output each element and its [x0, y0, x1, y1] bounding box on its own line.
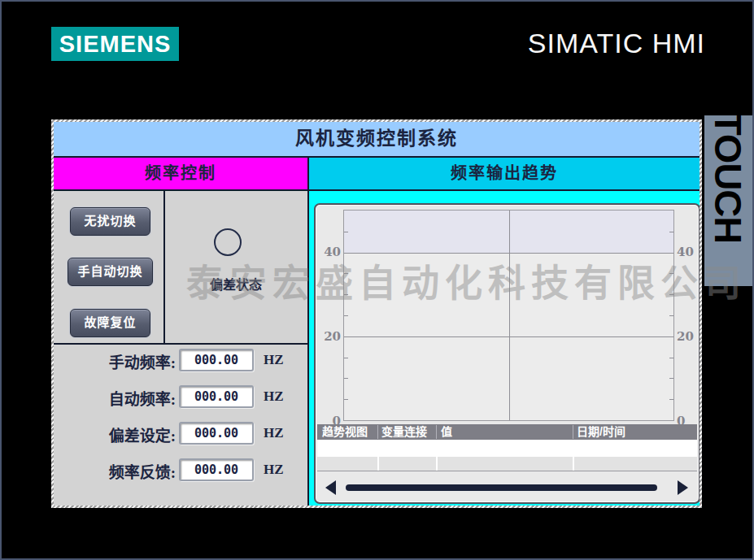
column-separator: [573, 457, 574, 471]
plot-gridline: [344, 253, 673, 254]
trend-table-col-view: 趋势视图: [322, 424, 368, 440]
y-axis-label-right-20: 20: [677, 329, 699, 344]
main-panel-inner: 风机变频控制系统 频率控制 频率输出趋势 无扰切换 手自动切换 故障复位 偏差状…: [54, 122, 700, 506]
trend-table-col-tag: 变量连接: [381, 424, 427, 440]
simatic-hmi-label: SIMATIC HMI: [528, 28, 705, 59]
axis-minor-tick: [669, 399, 673, 400]
axis-minor-tick: [669, 273, 673, 274]
plot-vertical-gridline: [509, 211, 510, 420]
manual-frequency-unit: HZ: [264, 352, 284, 368]
panel-body: 无扰切换 手自动切换 故障复位 偏差状态 手动频率: 000.00 HZ 自动频…: [54, 191, 700, 506]
main-panel: 风机变频控制系统 频率控制 频率输出趋势 无扰切换 手自动切换 故障复位 偏差状…: [51, 119, 702, 508]
frequency-feedback-unit: HZ: [264, 462, 284, 478]
touch-label: TOUCH: [704, 115, 752, 243]
deviation-status-label: 偏差状态: [198, 274, 273, 293]
section-header-row: 频率控制 频率输出趋势: [54, 158, 700, 191]
axis-minor-tick: [344, 232, 348, 232]
frequency-fields-area: 手动频率: 000.00 HZ 自动频率: 000.00 HZ 偏差设定: 00…: [54, 345, 307, 506]
axis-minor-tick: [669, 378, 673, 379]
scrollbar-thumb[interactable]: [346, 484, 657, 491]
column-separator: [436, 425, 437, 439]
scroll-left-icon[interactable]: [325, 480, 336, 495]
control-buttons-area: 无扰切换 手自动切换 故障复位 偏差状态: [54, 191, 307, 345]
axis-minor-tick: [344, 378, 348, 379]
trend-view-widget: 40 20 0 40 20 0 趋势视图 变量连接 值: [314, 203, 700, 504]
trend-table-row: [317, 440, 697, 457]
axis-minor-tick: [344, 399, 348, 400]
trend-table-header: 趋势视图 变量连接 值 日期/时间: [317, 424, 697, 440]
deviation-setting-field[interactable]: 000.00: [179, 422, 254, 445]
fault-reset-button[interactable]: 故障复位: [70, 309, 150, 337]
frequency-feedback-field[interactable]: 000.00: [179, 458, 254, 481]
column-separator: [377, 425, 378, 439]
frequency-control-header: 频率控制: [54, 158, 309, 189]
vertical-divider: [163, 191, 165, 343]
deviation-indicator-lamp: [214, 228, 242, 256]
frequency-trend-header: 频率输出趋势: [309, 158, 700, 189]
trend-table-row: [317, 457, 697, 471]
column-separator: [573, 425, 573, 439]
auto-frequency-unit: HZ: [264, 389, 284, 405]
siemens-logo: SIEMENS: [51, 27, 179, 61]
axis-minor-tick: [344, 358, 348, 358]
y-axis-label-left-40: 40: [319, 245, 341, 259]
column-separator: [377, 457, 379, 471]
y-axis-label-left-20: 20: [319, 329, 341, 344]
column-separator: [436, 457, 438, 471]
plot-gridline: [344, 336, 673, 337]
trend-table-col-datetime: 日期/时间: [577, 424, 625, 440]
axis-minor-tick: [344, 315, 348, 316]
trend-plot: [343, 210, 674, 421]
manual-frequency-label: 手动频率:: [67, 350, 176, 372]
bumpless-switch-button[interactable]: 无扰切换: [70, 207, 150, 236]
axis-minor-tick: [669, 232, 673, 232]
hmi-screen: SIEMENS SIMATIC HMI TOUCH 风机变频控制系统 频率控制 …: [0, 0, 754, 560]
trend-section: 40 20 0 40 20 0 趋势视图 变量连接 值: [309, 191, 700, 506]
axis-minor-tick: [344, 273, 348, 274]
page-title: 风机变频控制系统: [54, 122, 700, 158]
trend-table-col-value: 值: [441, 424, 452, 440]
y-axis-label-right-40: 40: [677, 245, 699, 259]
manual-auto-switch-button[interactable]: 手自动切换: [68, 258, 153, 286]
frequency-control-section: 无扰切换 手自动切换 故障复位 偏差状态 手动频率: 000.00 HZ 自动频…: [54, 191, 309, 506]
frequency-feedback-label: 频率反馈:: [67, 460, 176, 482]
touch-strip: TOUCH: [704, 115, 752, 286]
scroll-right-icon[interactable]: [678, 480, 688, 495]
axis-minor-tick: [669, 358, 673, 358]
manual-frequency-field[interactable]: 000.00: [179, 349, 254, 371]
trend-scrollbar: [316, 475, 699, 501]
axis-minor-tick: [669, 294, 673, 295]
deviation-setting-label: 偏差设定:: [67, 423, 176, 445]
axis-minor-tick: [344, 294, 348, 295]
axis-minor-tick: [669, 315, 673, 316]
auto-frequency-field[interactable]: 000.00: [179, 385, 254, 408]
deviation-setting-unit: HZ: [264, 425, 284, 441]
auto-frequency-label: 自动频率:: [67, 387, 176, 409]
